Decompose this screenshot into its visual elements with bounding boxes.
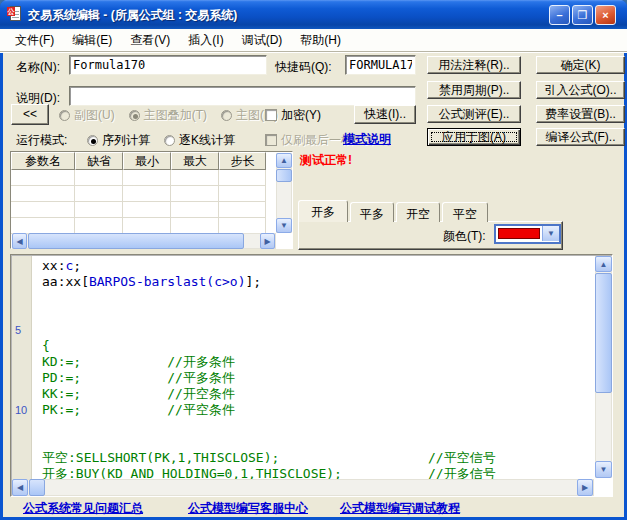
compile-formula-button[interactable]: 编译公式(F).. <box>536 128 625 146</box>
tab-close-long[interactable]: 平多 <box>350 202 394 222</box>
table-cell[interactable] <box>123 186 171 202</box>
footer-links: 公式系统常见问题汇总公式模型编写客服中心公式模型编写调试教程 <box>3 500 623 517</box>
parameter-table[interactable]: 参数名缺省最小最大步长 ▲ ▼ ◀ ▶ <box>10 151 293 249</box>
scroll-right-icon[interactable]: ▶ <box>577 479 593 496</box>
menu-item-view[interactable]: 查看(V) <box>121 29 179 52</box>
quick-button[interactable]: 快速(I).. <box>354 105 416 124</box>
table-cell[interactable] <box>75 218 123 234</box>
table-cell[interactable] <box>219 170 266 186</box>
table-header-3[interactable]: 最小 <box>123 152 171 170</box>
radio-sequence-calc[interactable]: 序列计算 <box>87 133 150 147</box>
mode-help-link[interactable]: 模式说明 <box>343 131 391 148</box>
fee-settings-button[interactable]: 费率设置(B).. <box>536 105 625 123</box>
code-line: 10PK:=; //平空条件 <box>12 402 590 418</box>
menu-item-insert[interactable]: 插入(I) <box>179 29 232 52</box>
code-line <box>12 418 590 434</box>
formula-code-editor[interactable]: xx:c;aa:xx[BARPOS-barslast(c>o)];5{KD:=;… <box>10 254 613 497</box>
menu-item-debug[interactable]: 调试(D) <box>233 29 292 52</box>
faq-link[interactable]: 公式系统常见问题汇总 <box>23 500 143 517</box>
code-line: 开多:BUY(KD AND HOLDING=0,1,THISCLOSE); //… <box>12 466 590 480</box>
scroll-down-icon[interactable]: ▼ <box>595 461 612 478</box>
table-header-1[interactable]: 参数名 <box>11 152 75 170</box>
name-label: 名称(N): <box>16 59 60 76</box>
radio-per-kline-calc[interactable]: 逐K线计算 <box>164 133 235 147</box>
param-table-hscroll-thumb[interactable] <box>28 233 244 249</box>
table-cell[interactable] <box>11 170 75 186</box>
code-line: 平空:SELLSHORT(PK,1,THISCLOSE); //平空信号 <box>12 450 590 466</box>
radio-label-main-chart-overlay: 主图叠加(T) <box>144 108 207 122</box>
code-text[interactable]: xx:c;aa:xx[BARPOS-barslast(c>o)];5{KD:=;… <box>12 258 590 480</box>
support-center-link[interactable]: 公式模型编写客服中心 <box>188 500 308 517</box>
table-cell[interactable] <box>171 202 219 218</box>
table-cell[interactable] <box>219 202 266 218</box>
editor-vscroll-thumb[interactable] <box>595 273 612 393</box>
window-title: 交易系统编辑 - (所属公式组 : 交易系统) <box>28 7 237 24</box>
scroll-up-icon[interactable]: ▲ <box>595 256 612 272</box>
editor-hscroll-thumb[interactable] <box>29 479 45 496</box>
param-table-vscroll-thumb[interactable] <box>276 169 292 182</box>
apply-to-chart-button[interactable]: 应用于图(A) <box>427 128 521 146</box>
table-cell[interactable] <box>75 202 123 218</box>
code-line: 5 <box>12 322 590 338</box>
debug-tutorial-link[interactable]: 公式模型编写调试教程 <box>340 500 460 517</box>
table-cell[interactable] <box>11 218 75 234</box>
ok-button[interactable]: 确定(K) <box>536 56 625 74</box>
formula-evaluate-button-label: 公式测评(E).. <box>439 107 510 121</box>
fee-settings-button-label: 费率设置(B).. <box>545 107 616 121</box>
description-input[interactable] <box>69 86 416 106</box>
scroll-left-icon[interactable]: ◀ <box>12 479 28 496</box>
run-mode-label: 运行模式: <box>16 132 67 149</box>
table-header-4[interactable]: 最大 <box>171 152 219 170</box>
tab-open-long[interactable]: 开多 <box>298 200 348 222</box>
maximize-button[interactable]: ❒ <box>572 5 593 25</box>
hotkey-input[interactable] <box>345 55 416 75</box>
encrypt-checkbox[interactable]: 加密(Y) <box>265 107 321 124</box>
table-cell[interactable] <box>171 170 219 186</box>
encrypt-checkbox-box[interactable] <box>265 109 277 121</box>
usage-notes-button[interactable]: 用法注释(R).. <box>427 56 521 74</box>
table-cell[interactable] <box>75 186 123 202</box>
table-cell[interactable] <box>123 218 171 234</box>
tab-open-short[interactable]: 开空 <box>396 202 440 222</box>
table-cell[interactable] <box>75 170 123 186</box>
close-button[interactable]: × <box>595 5 616 25</box>
table-cell[interactable] <box>219 218 266 234</box>
scroll-left-icon[interactable]: ◀ <box>12 233 27 249</box>
scroll-right-icon[interactable]: ▶ <box>260 233 275 249</box>
code-line: { <box>12 338 590 354</box>
color-swatch <box>498 228 540 239</box>
import-formula-button[interactable]: 引入公式(O).. <box>536 81 625 99</box>
run-mode-radio-group: 序列计算逐K线计算 <box>87 132 249 149</box>
menu-item-help[interactable]: 帮助(H) <box>291 29 350 52</box>
table-cell[interactable] <box>11 202 75 218</box>
refresh-last-kline-checkbox-box <box>265 134 277 146</box>
menu-item-edit[interactable]: 编辑(E) <box>63 29 121 52</box>
title-bar: 公 交易系统编辑 - (所属公式组 : 交易系统) – ❒ × <box>0 0 627 29</box>
test-status-text: 测试正常! <box>300 152 352 169</box>
editor-hscrollbar[interactable] <box>12 479 594 496</box>
usage-notes-button-label: 用法注释(R).. <box>438 58 509 72</box>
formula-evaluate-button[interactable]: 公式测评(E).. <box>427 105 521 123</box>
minimize-button[interactable]: – <box>549 5 570 25</box>
table-cell[interactable] <box>123 202 171 218</box>
table-cell[interactable] <box>219 186 266 202</box>
code-line <box>12 306 590 322</box>
chevron-down-icon[interactable]: ▼ <box>542 226 559 241</box>
code-line: PD:=; //平多条件 <box>12 370 590 386</box>
table-cell[interactable] <box>123 170 171 186</box>
menu-item-file[interactable]: 文件(F) <box>6 29 63 52</box>
code-line <box>12 290 590 306</box>
table-header-2[interactable]: 缺省 <box>75 152 123 170</box>
tab-close-short[interactable]: 平空 <box>442 202 488 222</box>
scroll-up-icon[interactable]: ▲ <box>276 153 292 168</box>
name-input[interactable] <box>69 55 267 75</box>
table-cell[interactable] <box>171 186 219 202</box>
table-header-5[interactable]: 步长 <box>219 152 266 170</box>
collapse-button[interactable]: << <box>11 104 49 125</box>
scroll-down-icon[interactable]: ▼ <box>276 218 292 233</box>
table-cell[interactable] <box>11 186 75 202</box>
color-dropdown[interactable]: ▼ <box>494 224 561 244</box>
disable-period-button[interactable]: 禁用周期(P).. <box>427 81 521 99</box>
radio-label-per-kline-calc: 逐K线计算 <box>179 133 235 147</box>
table-cell[interactable] <box>171 218 219 234</box>
